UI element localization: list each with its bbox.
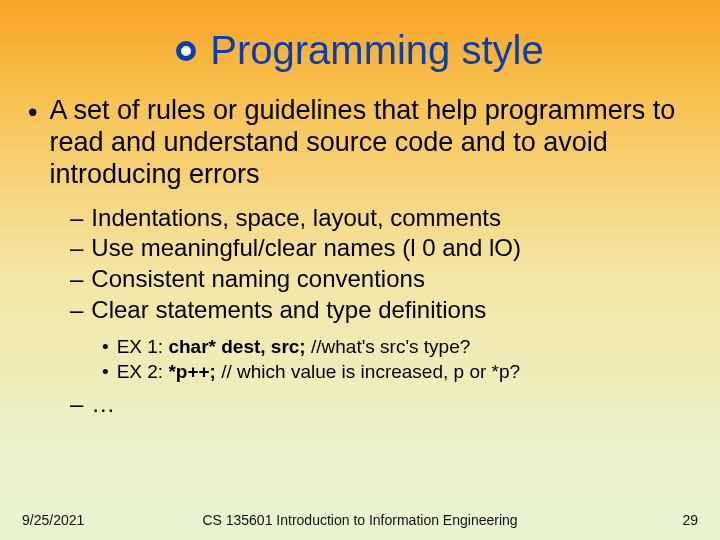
slide-title: Programming style bbox=[210, 28, 543, 73]
slide-title-row: Programming style bbox=[0, 0, 720, 73]
list-item-text: Use meaningful/clear names (l 0 and lO) bbox=[91, 233, 521, 264]
list-item: – Use meaningful/clear names (l 0 and lO… bbox=[70, 233, 692, 264]
list-item: • EX 1: char* dest, src; //what's src's … bbox=[102, 335, 692, 360]
example-text: EX 1: char* dest, src; //what's src's ty… bbox=[117, 335, 471, 360]
example-label: EX 1: bbox=[117, 336, 169, 357]
main-bullet: • A set of rules or guidelines that help… bbox=[28, 95, 692, 191]
slide-content: • A set of rules or guidelines that help… bbox=[0, 73, 720, 420]
example-list: • EX 1: char* dest, src; //what's src's … bbox=[28, 325, 692, 384]
example-label: EX 2: bbox=[117, 361, 169, 382]
dash-icon: – bbox=[70, 295, 83, 326]
dash-icon: – bbox=[70, 264, 83, 295]
list-item: – Indentations, space, layout, comments bbox=[70, 203, 692, 234]
main-bullet-text: A set of rules or guidelines that help p… bbox=[49, 95, 692, 191]
dash-icon: – bbox=[70, 203, 83, 234]
example-comment: // which value is increased, p or *p? bbox=[216, 361, 520, 382]
sub-bullet-list: – Indentations, space, layout, comments … bbox=[28, 191, 692, 326]
slide-footer: 9/25/2021 CS 135601 Introduction to Info… bbox=[0, 512, 720, 528]
title-bullet-icon bbox=[176, 41, 196, 61]
example-code: char* dest, src; bbox=[168, 336, 305, 357]
bullet-dot-icon: • bbox=[28, 95, 37, 191]
list-item: – Consistent naming conventions bbox=[70, 264, 692, 295]
list-item-text: Indentations, space, layout, comments bbox=[91, 203, 501, 234]
example-comment: //what's src's type? bbox=[306, 336, 471, 357]
list-item-text: Consistent naming conventions bbox=[91, 264, 425, 295]
list-item: – … bbox=[70, 389, 692, 420]
dash-icon: – bbox=[70, 389, 83, 420]
footer-course: CS 135601 Introduction to Information En… bbox=[0, 512, 720, 528]
list-item: – Clear statements and type definitions bbox=[70, 295, 692, 326]
bullet-dot-icon: • bbox=[102, 335, 109, 360]
bullet-dot-icon: • bbox=[102, 360, 109, 385]
list-item-text: … bbox=[91, 389, 115, 420]
dash-icon: – bbox=[70, 233, 83, 264]
trailing-sub-list: – … bbox=[28, 385, 692, 420]
example-text: EX 2: *p++; // which value is increased,… bbox=[117, 360, 520, 385]
list-item: • EX 2: *p++; // which value is increase… bbox=[102, 360, 692, 385]
list-item-text: Clear statements and type definitions bbox=[91, 295, 486, 326]
example-code: *p++; bbox=[168, 361, 216, 382]
